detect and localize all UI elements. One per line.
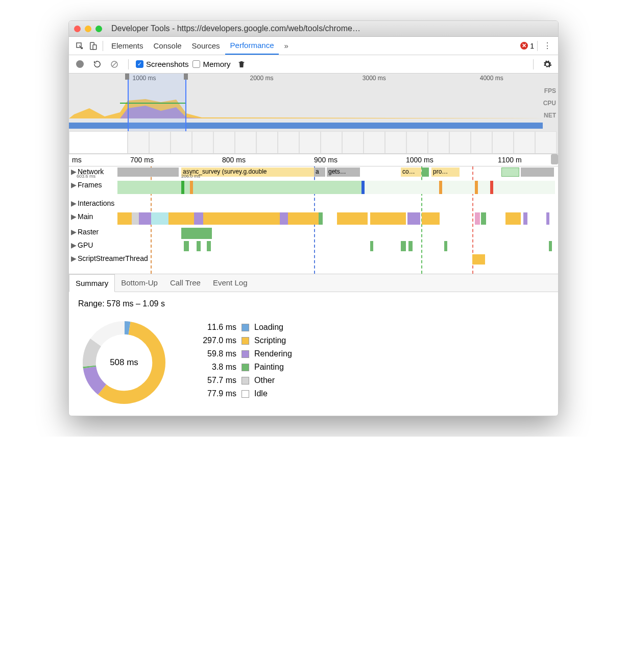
summary-tabs: Summary Bottom-Up Call Tree Event Log xyxy=(69,274,558,292)
filmstrip-thumb[interactable] xyxy=(192,131,213,154)
disclosure-icon[interactable]: ▶ xyxy=(71,181,77,189)
filmstrip-thumb[interactable] xyxy=(471,131,492,154)
filmstrip-thumb[interactable] xyxy=(69,131,128,154)
reload-button[interactable] xyxy=(90,58,104,71)
legend-label: Idle xyxy=(254,389,268,398)
main-flame[interactable] xyxy=(117,211,558,227)
overview-lane-labels: FPSCPUNET xyxy=(543,85,556,122)
range-text: Range: 578 ms – 1.09 s xyxy=(78,299,549,308)
disclosure-icon[interactable]: ▶ xyxy=(71,228,77,236)
filmstrip-thumb[interactable] xyxy=(364,131,385,154)
filmstrip-thumb[interactable] xyxy=(492,131,514,154)
legend-label: Loading xyxy=(254,323,283,332)
timeline-ruler[interactable]: ms 700 ms 800 ms 900 ms 1000 ms 1100 m xyxy=(69,154,558,166)
tab-overflow[interactable]: » xyxy=(279,37,293,54)
zoom-window-button[interactable] xyxy=(95,26,102,32)
error-icon: ✕ xyxy=(520,42,528,50)
network-bar[interactable]: a xyxy=(314,167,325,177)
raster-bar[interactable] xyxy=(181,228,212,239)
error-count[interactable]: ✕ 1 xyxy=(520,42,534,50)
disclosure-icon[interactable]: ▶ xyxy=(71,212,77,221)
minimize-window-button[interactable] xyxy=(85,26,91,32)
frame-marker xyxy=(475,181,478,194)
network-bar[interactable]: gets… xyxy=(327,167,360,177)
legend-swatch xyxy=(242,350,249,358)
filmstrip-thumb[interactable] xyxy=(406,131,428,154)
track-interactions[interactable]: ▶Interactions xyxy=(69,198,558,211)
disclosure-icon[interactable]: ▶ xyxy=(71,199,77,207)
disclosure-icon[interactable]: ▶ xyxy=(71,254,77,262)
frame-bar[interactable] xyxy=(364,181,555,194)
network-bar[interactable]: async_survey (survey.g.double xyxy=(181,167,314,177)
track-gpu[interactable]: ▶GPU xyxy=(69,240,558,253)
clear-button[interactable] xyxy=(108,58,121,71)
network-bar[interactable] xyxy=(422,167,429,177)
disclosure-icon[interactable]: ▶ xyxy=(71,241,77,249)
gear-icon[interactable] xyxy=(541,58,554,71)
trash-icon[interactable] xyxy=(235,58,248,71)
tab-performance[interactable]: Performance xyxy=(225,37,279,55)
track-network[interactable]: ▶Network async_survey (survey.g.double a… xyxy=(69,166,558,180)
network-bar[interactable] xyxy=(501,167,519,177)
filmstrip-thumb[interactable] xyxy=(321,131,342,154)
selection-handle-right[interactable] xyxy=(184,74,188,80)
record-button[interactable] xyxy=(73,58,86,71)
tab-event-log[interactable]: Event Log xyxy=(207,274,254,292)
scrollbar-vertical[interactable] xyxy=(551,154,558,164)
filmstrip-thumb[interactable] xyxy=(256,131,278,154)
frame-marker xyxy=(181,181,184,194)
legend-label: Scripting xyxy=(254,336,286,345)
performance-toolbar: ✓Screenshots Memory xyxy=(69,55,558,74)
tab-call-tree[interactable]: Call Tree xyxy=(164,274,207,292)
filmstrip-thumb[interactable] xyxy=(449,131,471,154)
kebab-menu-icon[interactable]: ⋮ xyxy=(541,39,554,53)
frame-bar[interactable] xyxy=(117,181,363,194)
tab-bottom-up[interactable]: Bottom-Up xyxy=(115,274,164,292)
filmstrip-thumb[interactable] xyxy=(342,131,364,154)
device-toggle-icon[interactable] xyxy=(86,39,100,53)
tab-console[interactable]: Console xyxy=(149,37,187,54)
filmstrip-thumb[interactable] xyxy=(149,131,171,154)
track-main[interactable]: ▶Main xyxy=(69,211,558,227)
network-bar[interactable] xyxy=(521,167,554,177)
network-bar[interactable]: pro… xyxy=(431,167,460,177)
inspect-icon[interactable] xyxy=(73,39,86,53)
legend-label: Other xyxy=(254,376,275,385)
network-bar[interactable] xyxy=(117,167,179,177)
overview-pane[interactable]: 1000 ms 2000 ms 3000 ms 4000 ms FPSCPUNE… xyxy=(69,74,558,154)
network-bar[interactable]: co… xyxy=(401,167,421,177)
legend-label: Painting xyxy=(254,363,284,372)
track-raster[interactable]: ▶Raster xyxy=(69,227,558,240)
filmstrip-thumb[interactable] xyxy=(213,131,235,154)
filmstrip-thumb[interactable] xyxy=(385,131,406,154)
devtools-tabs: Elements Console Sources Performance » ✕… xyxy=(69,37,558,55)
filmstrip-thumb[interactable] xyxy=(514,131,535,154)
screenshots-checkbox[interactable]: ✓Screenshots xyxy=(136,60,188,68)
checkbox-checked-icon: ✓ xyxy=(136,60,143,68)
filmstrip-thumb[interactable] xyxy=(278,131,299,154)
tab-elements[interactable]: Elements xyxy=(106,37,149,54)
memory-checkbox[interactable]: Memory xyxy=(192,60,230,68)
tab-summary[interactable]: Summary xyxy=(69,274,115,292)
legend-row: 297.0 msScripting xyxy=(190,336,292,345)
filmstrip-thumb[interactable] xyxy=(299,131,321,154)
filmstrip-thumb[interactable] xyxy=(535,131,557,154)
filmstrip-thumb[interactable] xyxy=(171,131,192,154)
track-frames[interactable]: ▶Frames 603.6 ms 206.0 ms xyxy=(69,180,558,198)
track-scriptstreamer[interactable]: ▶ScriptStreamerThread xyxy=(69,253,558,274)
disclosure-icon[interactable]: ▶ xyxy=(71,167,77,176)
legend-swatch xyxy=(242,337,249,345)
tab-sources[interactable]: Sources xyxy=(187,37,225,54)
filmstrip-thumb[interactable] xyxy=(235,131,256,154)
legend-row: 57.7 msOther xyxy=(190,376,292,385)
frame-marker xyxy=(490,181,493,194)
filmstrip-thumb[interactable] xyxy=(128,131,149,154)
filmstrip-thumb[interactable] xyxy=(428,131,449,154)
selection-handle-left[interactable] xyxy=(125,74,129,80)
flame-chart-tracks: ▶Network async_survey (survey.g.double a… xyxy=(69,166,558,274)
donut-chart: 508 ms xyxy=(78,317,170,409)
close-window-button[interactable] xyxy=(74,26,81,32)
overview-filmstrip: for(let i=0;i<20;i++)document.write('<di… xyxy=(69,131,558,154)
legend-swatch xyxy=(242,390,249,398)
legend-ms: 57.7 ms xyxy=(190,376,236,385)
